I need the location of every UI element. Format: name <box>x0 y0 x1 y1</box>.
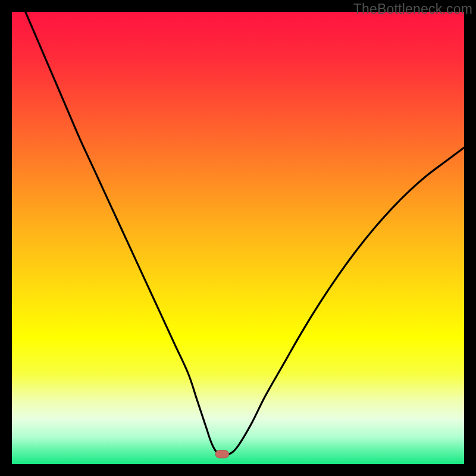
chart-frame <box>12 12 464 464</box>
watermark-text: TheBottleneck.com <box>353 1 472 17</box>
gradient-background <box>12 12 464 464</box>
optimal-marker <box>215 450 228 458</box>
chart-svg <box>12 12 464 464</box>
